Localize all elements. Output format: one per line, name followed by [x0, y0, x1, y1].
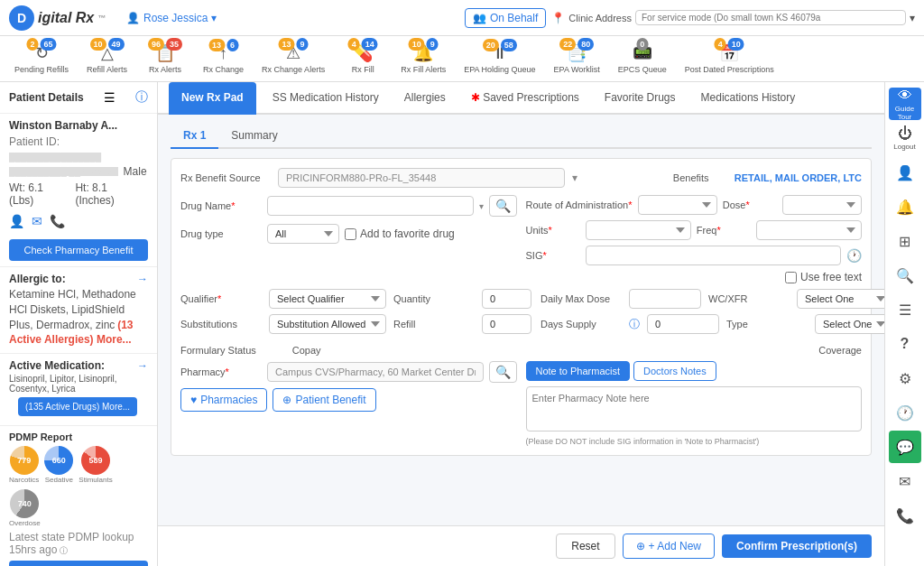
wc-xfr-select[interactable]: Select One — [797, 289, 884, 309]
add-fav-checkbox[interactable] — [345, 228, 356, 240]
note-pharmacist-btn[interactable]: Note to Pharmacist — [526, 361, 631, 381]
clock-btn[interactable]: 🕐 — [889, 396, 921, 429]
epa-holding-label: EPA Holding Queue — [464, 65, 535, 74]
toolbar-epa-holding[interactable]: 20 58 ⏸ EPA Holding Queue — [457, 41, 542, 78]
freq-label: Freq — [697, 225, 751, 236]
location-icon: 📍 — [551, 12, 565, 24]
toolbar-rx-fill-alerts[interactable]: 10 9 🔔 Rx Fill Alerts — [393, 40, 453, 78]
chat-btn[interactable]: 💬 — [889, 431, 921, 463]
qualifier-section: Qualifier Select Qualifier Quantity Subs… — [180, 289, 862, 339]
settings-btn[interactable]: ⚙ — [889, 362, 921, 394]
units-select[interactable] — [586, 220, 691, 240]
phone-icon[interactable]: 📞 — [50, 214, 65, 228]
reset-btn[interactable]: Reset — [556, 534, 614, 559]
on-behalf-btn[interactable]: 👥 On Behalf — [465, 8, 546, 28]
bell-btn[interactable]: 🔔 — [889, 190, 921, 223]
drug-type-select[interactable]: All — [267, 224, 339, 244]
toolbar-rx-change-alerts[interactable]: 13 9 ⚠ Rx Change Alerts — [254, 40, 332, 78]
use-free-text-row: Use free text — [526, 271, 863, 283]
toolbar-refill-alerts[interactable]: 10 49 △ Refill Alerts — [79, 40, 134, 78]
pharmacy-input[interactable] — [267, 362, 484, 382]
qualifier-col-left: Qualifier Select Qualifier Quantity Subs… — [180, 289, 531, 339]
phone-rp-btn[interactable]: 📞 — [889, 499, 921, 532]
toolbar-epa-worklist[interactable]: 22 80 📑 EPA Worklist — [547, 40, 607, 78]
person-btn[interactable]: 👤 — [889, 156, 921, 189]
tab-favorite-drugs[interactable]: Favorite Drugs — [592, 82, 688, 115]
allergic-arrow[interactable]: → — [137, 273, 148, 285]
main-content: New Rx Pad SS Medication History Allergi… — [158, 82, 884, 566]
pharmacy-search-btn[interactable]: 🔍 — [489, 361, 517, 383]
dose-select[interactable] — [782, 195, 862, 215]
grid-btn[interactable]: ⊞ — [889, 225, 921, 257]
rx-change-icon-area: 13 6 ↑ — [219, 44, 227, 63]
pharmacy-note-textarea[interactable] — [526, 386, 863, 431]
pdmp-narcotics-circle: 779 — [10, 446, 39, 475]
drug-name-input[interactable] — [267, 196, 474, 216]
active-drugs-btn[interactable]: (135 Active Drugs) More... — [18, 397, 137, 416]
logo: D igital Rx ™ — [9, 5, 117, 31]
type-select[interactable]: Select One — [815, 314, 884, 334]
tab-new-rx-pad[interactable]: New Rx Pad — [169, 82, 256, 115]
clinic-search-input[interactable] — [635, 10, 906, 25]
mail-btn[interactable]: ✉ — [889, 465, 921, 497]
sig-input[interactable] — [586, 246, 842, 265]
add-new-btn[interactable]: ⊕ + Add New — [623, 534, 715, 559]
person-icon: 👤 — [896, 164, 914, 181]
search-icon: 🔍 — [896, 267, 914, 284]
quantity-label: Quantity — [393, 293, 475, 304]
sig-clock-icon[interactable]: 🕐 — [846, 248, 862, 263]
email-icon[interactable]: ✉ — [32, 214, 42, 228]
active-med-arrow[interactable]: → — [137, 359, 148, 372]
subtab-rx1[interactable]: Rx 1 — [171, 124, 218, 149]
tab-saved-prescriptions[interactable]: ✱ Saved Prescriptions — [458, 82, 592, 115]
info-icon[interactable]: ⓘ — [135, 89, 148, 106]
days-supply-input[interactable] — [647, 314, 719, 334]
dose-label: Dose — [723, 199, 777, 210]
patient-benefit-btn[interactable]: ⊕ Patient Benefit — [273, 388, 375, 412]
tab-ss-med-history[interactable]: SS Medication History — [260, 82, 392, 115]
subtab-summary[interactable]: Summary — [218, 124, 290, 149]
toolbar-epcs-queue[interactable]: 0 📟 EPCS Queue — [611, 40, 674, 78]
list-btn[interactable]: ☰ — [889, 293, 921, 326]
profile-icon[interactable]: 👤 — [9, 214, 24, 228]
toolbar-rx-alerts[interactable]: 96 35 📋 Rx Alerts — [138, 40, 192, 78]
guide-tour-btn[interactable]: 👁 Guide Tour — [889, 88, 921, 120]
patient-name: Winston Barnaby A... — [0, 114, 157, 134]
quantity-input[interactable] — [482, 289, 531, 309]
pdmp-stimulants-circle: 589 — [81, 446, 110, 475]
view-pdmp-btn[interactable]: View PDMP Report — [9, 561, 148, 566]
header-user[interactable]: 👤 Rose Jessica ▾ — [126, 12, 217, 24]
pdmp-section: PDMP Report 779 Narcotics 660 Sedative 5… — [0, 425, 157, 566]
active-med-title: Active Medication: → — [9, 359, 148, 372]
right-fields: Route of Administration Dose Units Freq — [526, 195, 863, 283]
logout-btn[interactable]: ⏻ Logout — [889, 122, 921, 154]
refill-alerts-icon-area: 10 49 △ — [101, 43, 114, 63]
settings-icon: ⚙ — [899, 370, 911, 387]
benefit-source-input[interactable] — [278, 168, 565, 188]
pdmp-overdose-circle: 740 — [10, 489, 39, 518]
substitutions-select[interactable]: Substitution Allowed — [269, 314, 386, 334]
tab-medications-history[interactable]: Medications History — [688, 82, 808, 115]
qualifier-select[interactable]: Select Qualifier — [269, 289, 386, 309]
question-btn[interactable]: ? — [889, 328, 921, 360]
check-pharmacy-btn[interactable]: Check Pharmacy Benefit — [9, 239, 148, 261]
use-free-text-checkbox[interactable] — [785, 272, 797, 283]
toolbar-rx-fill[interactable]: 4 14 💊 Rx Fill — [336, 40, 390, 78]
search-btn-rp[interactable]: 🔍 — [889, 259, 921, 292]
confirm-btn[interactable]: Confirm Prescription(s) — [722, 534, 872, 558]
toolbar-rx-change[interactable]: 13 6 ↑ Rx Change — [196, 41, 251, 78]
route-select[interactable] — [638, 195, 717, 215]
freq-select[interactable] — [756, 220, 862, 240]
hamburger-icon[interactable]: ☰ — [104, 90, 116, 105]
doctors-notes-btn[interactable]: Doctors Notes — [633, 361, 716, 381]
daily-max-input[interactable] — [629, 289, 701, 309]
toolbar-pending-refills[interactable]: 2 65 ↻ Pending Refills — [7, 40, 76, 78]
pharmacies-btn[interactable]: ♥ Pharmacies — [180, 388, 267, 412]
toolbar-post-dated[interactable]: 4 10 📅 Post Dated Prescriptions — [678, 40, 781, 78]
units-freq-row: Units Freq — [526, 220, 863, 240]
drug-name-search-btn[interactable]: 🔍 — [489, 195, 517, 217]
logo-icon: D — [9, 5, 34, 31]
refill-input[interactable] — [482, 314, 531, 334]
rx-change-label: Rx Change — [203, 65, 244, 74]
tab-allergies[interactable]: Allergies — [392, 82, 458, 115]
